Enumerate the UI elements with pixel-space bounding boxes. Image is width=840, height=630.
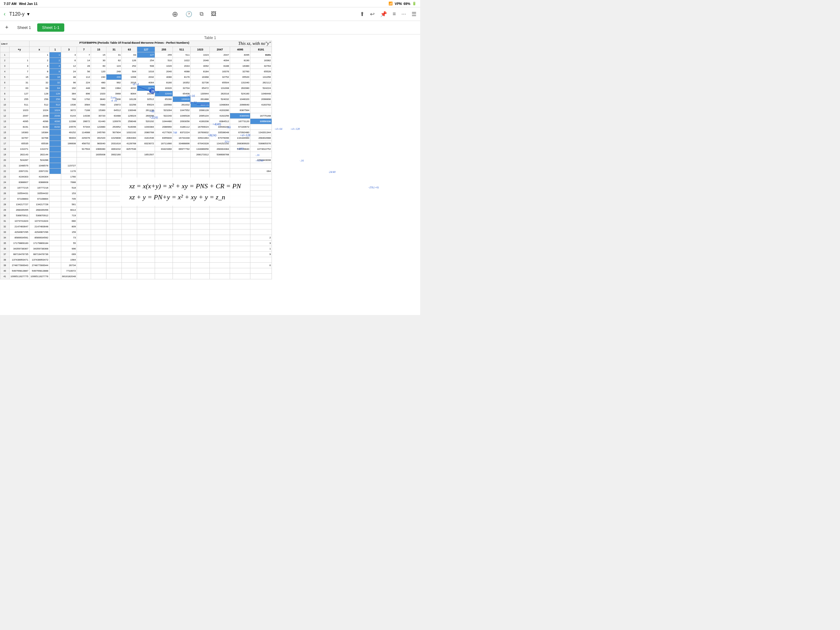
cell[interactable]: 2044: [173, 63, 191, 69]
cell[interactable]: [155, 274, 173, 279]
cell[interactable]: [250, 124, 272, 130]
cell[interactable]: 4192256: [210, 113, 230, 119]
cell[interactable]: 14336: [77, 113, 91, 119]
cell[interactable]: [173, 213, 191, 218]
cell[interactable]: 128: [49, 91, 61, 96]
cell[interactable]: 4: [49, 63, 61, 69]
cell[interactable]: [91, 191, 106, 196]
cell[interactable]: 917504: [77, 147, 91, 152]
cell[interactable]: 130560: [155, 102, 173, 108]
cell[interactable]: [49, 240, 61, 246]
cell[interactable]: 12288: [61, 119, 77, 124]
cell[interactable]: [137, 235, 155, 240]
cell[interactable]: [155, 213, 173, 218]
cell[interactable]: [210, 257, 230, 263]
cell[interactable]: 62: [106, 58, 122, 63]
cell[interactable]: 719: [61, 213, 77, 218]
cell[interactable]: 705: [61, 196, 77, 202]
cell[interactable]: 15: [9, 74, 30, 80]
cell[interactable]: 120: [91, 69, 106, 74]
cell[interactable]: 1048575: [9, 163, 30, 169]
cell[interactable]: 504: [122, 69, 137, 74]
cell[interactable]: 983040: [91, 141, 106, 147]
cell[interactable]: [137, 274, 155, 279]
cell[interactable]: 65280: [155, 96, 173, 102]
cell[interactable]: [137, 196, 155, 202]
cell[interactable]: 262144: [29, 152, 49, 158]
cell[interactable]: 131008: [210, 85, 230, 91]
cell[interactable]: [173, 268, 191, 274]
cell[interactable]: 8386560: [230, 113, 250, 119]
cell[interactable]: 3072: [61, 108, 77, 113]
cell[interactable]: 256: [29, 96, 49, 102]
cell[interactable]: [230, 274, 250, 279]
cell[interactable]: [106, 185, 122, 191]
cell[interactable]: 196608: [61, 141, 77, 147]
cell[interactable]: 8388608: [29, 180, 49, 185]
cell[interactable]: 274877906943: [9, 263, 30, 268]
cell[interactable]: 1016: [137, 69, 155, 74]
cell[interactable]: 65504: [210, 80, 230, 85]
cell[interactable]: [137, 246, 155, 252]
cell[interactable]: [191, 180, 210, 185]
cell[interactable]: 069: [61, 252, 77, 257]
cell[interactable]: 2: [250, 235, 272, 240]
cell[interactable]: [122, 229, 137, 235]
more-button[interactable]: ···: [400, 9, 407, 19]
cell[interactable]: [91, 268, 106, 274]
cell[interactable]: 65520: [230, 74, 250, 80]
cell[interactable]: 1044480: [155, 119, 173, 124]
cell[interactable]: 510: [155, 58, 173, 63]
cell[interactable]: [173, 185, 191, 191]
cell[interactable]: 809: [61, 224, 77, 229]
cell[interactable]: [230, 240, 250, 246]
cell[interactable]: [106, 224, 122, 229]
cell[interactable]: 16: [29, 74, 49, 80]
cell[interactable]: [106, 174, 122, 180]
cell[interactable]: 508: [137, 63, 155, 69]
cell[interactable]: [106, 252, 122, 257]
cell[interactable]: [155, 169, 173, 174]
cell[interactable]: 384: [61, 91, 77, 96]
cell[interactable]: [155, 218, 173, 224]
cell[interactable]: [210, 263, 230, 268]
cell[interactable]: 7168: [77, 108, 91, 113]
cell[interactable]: 65535: [9, 141, 30, 147]
cell[interactable]: 63: [9, 85, 30, 91]
cell[interactable]: [155, 180, 173, 185]
cell[interactable]: [155, 202, 173, 207]
cell[interactable]: 131072: [29, 147, 49, 152]
cell[interactable]: 16320: [155, 85, 173, 91]
cell[interactable]: 122880: [91, 124, 106, 130]
copy-button[interactable]: ⧉: [198, 9, 205, 19]
cell[interactable]: 8589934591: [9, 235, 30, 240]
cell[interactable]: 16384: [29, 130, 49, 135]
cell[interactable]: [49, 130, 61, 135]
cell[interactable]: [191, 257, 210, 263]
cell[interactable]: 127: [9, 91, 30, 96]
cell[interactable]: 32752: [210, 74, 230, 80]
cell[interactable]: [106, 191, 122, 196]
cell[interactable]: [122, 224, 137, 229]
media-button[interactable]: 🖼: [210, 9, 218, 19]
cell[interactable]: 33550336: [250, 119, 272, 124]
cell[interactable]: [137, 202, 155, 207]
cell[interactable]: 245760: [91, 130, 106, 135]
cell[interactable]: 7680: [91, 102, 106, 108]
cell[interactable]: [49, 147, 61, 152]
cell[interactable]: 127: [137, 52, 155, 58]
cell[interactable]: [91, 163, 106, 169]
cell[interactable]: [122, 185, 137, 191]
navigator-button[interactable]: ⊕: [171, 9, 179, 20]
cell[interactable]: [191, 202, 210, 207]
cell[interactable]: [173, 152, 191, 158]
cell[interactable]: 1: [250, 246, 272, 252]
cell[interactable]: [210, 235, 230, 240]
cell[interactable]: 6616182048: [61, 274, 77, 279]
cell[interactable]: 67076096: [210, 135, 230, 141]
cell[interactable]: 2: [29, 58, 49, 63]
cell[interactable]: 561: [61, 202, 77, 207]
cell[interactable]: 1: [29, 52, 49, 58]
cell[interactable]: 112: [77, 74, 91, 80]
cell[interactable]: 1099511627776: [29, 274, 49, 279]
